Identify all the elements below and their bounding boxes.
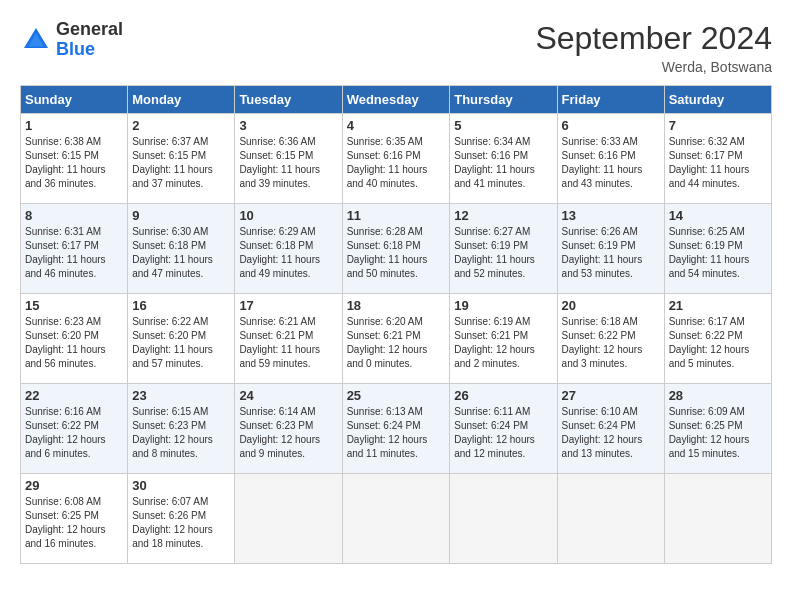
- day-detail: Sunrise: 6:13 AMSunset: 6:24 PMDaylight:…: [347, 406, 428, 459]
- day-detail: Sunrise: 6:10 AMSunset: 6:24 PMDaylight:…: [562, 406, 643, 459]
- table-row: 6 Sunrise: 6:33 AMSunset: 6:16 PMDayligh…: [557, 114, 664, 204]
- table-row: 23 Sunrise: 6:15 AMSunset: 6:23 PMDaylig…: [128, 384, 235, 474]
- table-row: 20 Sunrise: 6:18 AMSunset: 6:22 PMDaylig…: [557, 294, 664, 384]
- day-number: 29: [25, 478, 123, 493]
- day-detail: Sunrise: 6:33 AMSunset: 6:16 PMDaylight:…: [562, 136, 643, 189]
- logo-text: General Blue: [56, 20, 123, 60]
- day-number: 24: [239, 388, 337, 403]
- day-number: 7: [669, 118, 767, 133]
- calendar-week-row: 1 Sunrise: 6:38 AMSunset: 6:15 PMDayligh…: [21, 114, 772, 204]
- day-detail: Sunrise: 6:20 AMSunset: 6:21 PMDaylight:…: [347, 316, 428, 369]
- table-row: 28 Sunrise: 6:09 AMSunset: 6:25 PMDaylig…: [664, 384, 771, 474]
- day-detail: Sunrise: 6:31 AMSunset: 6:17 PMDaylight:…: [25, 226, 106, 279]
- table-row: 24 Sunrise: 6:14 AMSunset: 6:23 PMDaylig…: [235, 384, 342, 474]
- table-row: 1 Sunrise: 6:38 AMSunset: 6:15 PMDayligh…: [21, 114, 128, 204]
- day-number: 9: [132, 208, 230, 223]
- table-row: 17 Sunrise: 6:21 AMSunset: 6:21 PMDaylig…: [235, 294, 342, 384]
- day-number: 14: [669, 208, 767, 223]
- logo-icon: [20, 24, 52, 56]
- table-row: 16 Sunrise: 6:22 AMSunset: 6:20 PMDaylig…: [128, 294, 235, 384]
- table-row: 3 Sunrise: 6:36 AMSunset: 6:15 PMDayligh…: [235, 114, 342, 204]
- calendar-week-row: 29 Sunrise: 6:08 AMSunset: 6:25 PMDaylig…: [21, 474, 772, 564]
- day-detail: Sunrise: 6:37 AMSunset: 6:15 PMDaylight:…: [132, 136, 213, 189]
- day-detail: Sunrise: 6:27 AMSunset: 6:19 PMDaylight:…: [454, 226, 535, 279]
- calendar-header-row: Sunday Monday Tuesday Wednesday Thursday…: [21, 86, 772, 114]
- day-detail: Sunrise: 6:07 AMSunset: 6:26 PMDaylight:…: [132, 496, 213, 549]
- day-number: 18: [347, 298, 446, 313]
- col-sunday: Sunday: [21, 86, 128, 114]
- day-number: 21: [669, 298, 767, 313]
- day-detail: Sunrise: 6:15 AMSunset: 6:23 PMDaylight:…: [132, 406, 213, 459]
- calendar-week-row: 15 Sunrise: 6:23 AMSunset: 6:20 PMDaylig…: [21, 294, 772, 384]
- table-row: 13 Sunrise: 6:26 AMSunset: 6:19 PMDaylig…: [557, 204, 664, 294]
- day-detail: Sunrise: 6:29 AMSunset: 6:18 PMDaylight:…: [239, 226, 320, 279]
- day-number: 26: [454, 388, 552, 403]
- day-number: 22: [25, 388, 123, 403]
- day-detail: Sunrise: 6:22 AMSunset: 6:20 PMDaylight:…: [132, 316, 213, 369]
- day-number: 16: [132, 298, 230, 313]
- title-block: September 2024 Werda, Botswana: [535, 20, 772, 75]
- day-detail: Sunrise: 6:16 AMSunset: 6:22 PMDaylight:…: [25, 406, 106, 459]
- day-detail: Sunrise: 6:38 AMSunset: 6:15 PMDaylight:…: [25, 136, 106, 189]
- day-detail: Sunrise: 6:28 AMSunset: 6:18 PMDaylight:…: [347, 226, 428, 279]
- day-detail: Sunrise: 6:35 AMSunset: 6:16 PMDaylight:…: [347, 136, 428, 189]
- day-detail: Sunrise: 6:18 AMSunset: 6:22 PMDaylight:…: [562, 316, 643, 369]
- day-number: 6: [562, 118, 660, 133]
- table-row: 18 Sunrise: 6:20 AMSunset: 6:21 PMDaylig…: [342, 294, 450, 384]
- day-detail: Sunrise: 6:30 AMSunset: 6:18 PMDaylight:…: [132, 226, 213, 279]
- col-saturday: Saturday: [664, 86, 771, 114]
- calendar-week-row: 22 Sunrise: 6:16 AMSunset: 6:22 PMDaylig…: [21, 384, 772, 474]
- day-detail: Sunrise: 6:09 AMSunset: 6:25 PMDaylight:…: [669, 406, 750, 459]
- day-number: 8: [25, 208, 123, 223]
- table-row: 12 Sunrise: 6:27 AMSunset: 6:19 PMDaylig…: [450, 204, 557, 294]
- day-number: 20: [562, 298, 660, 313]
- day-number: 23: [132, 388, 230, 403]
- day-number: 13: [562, 208, 660, 223]
- col-friday: Friday: [557, 86, 664, 114]
- day-number: 3: [239, 118, 337, 133]
- day-number: 4: [347, 118, 446, 133]
- day-detail: Sunrise: 6:08 AMSunset: 6:25 PMDaylight:…: [25, 496, 106, 549]
- table-row: 30 Sunrise: 6:07 AMSunset: 6:26 PMDaylig…: [128, 474, 235, 564]
- day-detail: Sunrise: 6:11 AMSunset: 6:24 PMDaylight:…: [454, 406, 535, 459]
- col-wednesday: Wednesday: [342, 86, 450, 114]
- table-row: 26 Sunrise: 6:11 AMSunset: 6:24 PMDaylig…: [450, 384, 557, 474]
- day-detail: Sunrise: 6:14 AMSunset: 6:23 PMDaylight:…: [239, 406, 320, 459]
- day-number: 15: [25, 298, 123, 313]
- table-row: 22 Sunrise: 6:16 AMSunset: 6:22 PMDaylig…: [21, 384, 128, 474]
- calendar-week-row: 8 Sunrise: 6:31 AMSunset: 6:17 PMDayligh…: [21, 204, 772, 294]
- page-header: General Blue September 2024 Werda, Botsw…: [20, 20, 772, 75]
- table-row: 11 Sunrise: 6:28 AMSunset: 6:18 PMDaylig…: [342, 204, 450, 294]
- day-detail: Sunrise: 6:32 AMSunset: 6:17 PMDaylight:…: [669, 136, 750, 189]
- day-detail: Sunrise: 6:21 AMSunset: 6:21 PMDaylight:…: [239, 316, 320, 369]
- logo: General Blue: [20, 20, 123, 60]
- day-number: 11: [347, 208, 446, 223]
- table-row: 5 Sunrise: 6:34 AMSunset: 6:16 PMDayligh…: [450, 114, 557, 204]
- table-row: [450, 474, 557, 564]
- day-number: 5: [454, 118, 552, 133]
- table-row: 19 Sunrise: 6:19 AMSunset: 6:21 PMDaylig…: [450, 294, 557, 384]
- day-number: 28: [669, 388, 767, 403]
- col-monday: Monday: [128, 86, 235, 114]
- day-detail: Sunrise: 6:36 AMSunset: 6:15 PMDaylight:…: [239, 136, 320, 189]
- day-number: 27: [562, 388, 660, 403]
- table-row: 9 Sunrise: 6:30 AMSunset: 6:18 PMDayligh…: [128, 204, 235, 294]
- day-number: 1: [25, 118, 123, 133]
- day-number: 2: [132, 118, 230, 133]
- calendar-table: Sunday Monday Tuesday Wednesday Thursday…: [20, 85, 772, 564]
- day-number: 12: [454, 208, 552, 223]
- day-number: 19: [454, 298, 552, 313]
- day-number: 30: [132, 478, 230, 493]
- table-row: [557, 474, 664, 564]
- table-row: 8 Sunrise: 6:31 AMSunset: 6:17 PMDayligh…: [21, 204, 128, 294]
- table-row: 15 Sunrise: 6:23 AMSunset: 6:20 PMDaylig…: [21, 294, 128, 384]
- table-row: [664, 474, 771, 564]
- day-number: 10: [239, 208, 337, 223]
- table-row: 10 Sunrise: 6:29 AMSunset: 6:18 PMDaylig…: [235, 204, 342, 294]
- table-row: 7 Sunrise: 6:32 AMSunset: 6:17 PMDayligh…: [664, 114, 771, 204]
- col-tuesday: Tuesday: [235, 86, 342, 114]
- table-row: 14 Sunrise: 6:25 AMSunset: 6:19 PMDaylig…: [664, 204, 771, 294]
- month-title: September 2024: [535, 20, 772, 57]
- table-row: 2 Sunrise: 6:37 AMSunset: 6:15 PMDayligh…: [128, 114, 235, 204]
- table-row: 29 Sunrise: 6:08 AMSunset: 6:25 PMDaylig…: [21, 474, 128, 564]
